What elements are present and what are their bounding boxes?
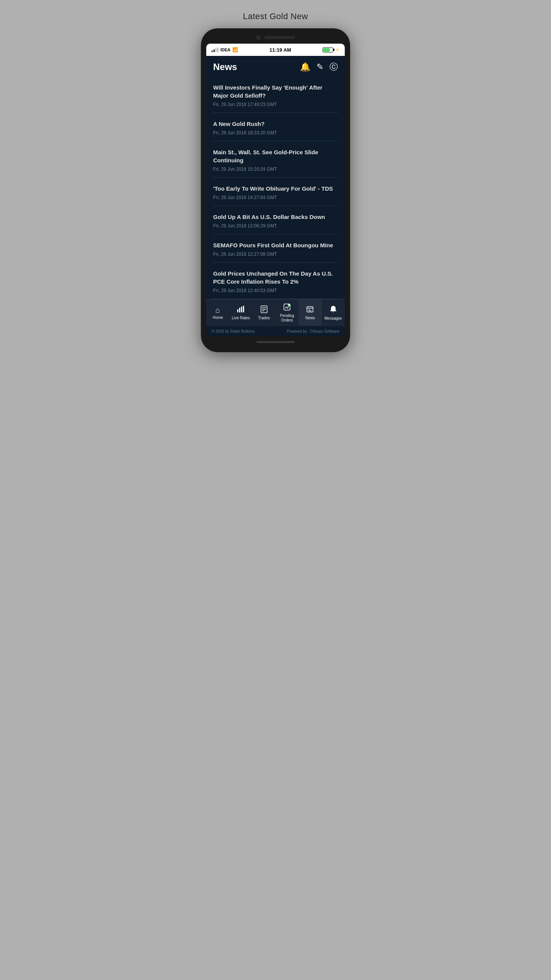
nav-icon-5 — [329, 305, 337, 315]
footer-left: © 2018 by Safari Bullions — [212, 329, 254, 333]
news-item[interactable]: 'Too Early To Write Obituary For Gold' -… — [213, 178, 338, 206]
news-item-date: Fri, 29 Jun 2018 12:40:53 GMT — [213, 288, 338, 293]
news-item[interactable]: A New Gold Rush? Fri, 29 Jun 2018 18:33:… — [213, 113, 338, 141]
nav-icon-4 — [306, 305, 314, 314]
svg-rect-1 — [239, 308, 240, 312]
bell-icon[interactable]: 🔔 — [300, 62, 310, 72]
battery-fill — [323, 48, 330, 52]
nav-item-trades[interactable]: Trades — [253, 299, 276, 326]
header-title: News — [213, 62, 237, 72]
nav-label-3: Pending Orders — [277, 314, 297, 323]
svg-rect-0 — [237, 309, 238, 312]
status-bar: IDEA 📶 11:19 AM ⚡ — [206, 44, 345, 56]
news-item-date: Fri, 29 Jun 2018 14:27:04 GMT — [213, 195, 338, 200]
bottom-nav: ⌂ Home Live Rates Trades ✎ Pending Order… — [206, 299, 345, 326]
phone-bottom — [206, 341, 345, 343]
nav-icon-2 — [261, 305, 267, 314]
news-item-title: Main St., Wall. St. See Gold-Price Slide… — [213, 148, 338, 164]
nav-label-1: Live Rates — [232, 316, 250, 320]
status-right: ⚡ — [323, 47, 339, 52]
nav-label-0: Home — [213, 315, 223, 320]
news-item-date: Fri, 29 Jun 2018 17:49:23 GMT — [213, 102, 338, 107]
news-item-date: Fri, 29 Jun 2018 15:20:24 GMT — [213, 167, 338, 172]
nav-item-pending-orders[interactable]: ✎ Pending Orders — [276, 299, 298, 326]
phone-shell: IDEA 📶 11:19 AM ⚡ News 🔔 ✎ ⓒ Will Inves — [201, 28, 350, 352]
page-title: Latest Gold New — [243, 11, 308, 21]
nav-label-5: Messages — [324, 316, 342, 321]
news-item-date: Fri, 29 Jun 2018 12:27:08 GMT — [213, 252, 338, 257]
header-icons: 🔔 ✎ ⓒ — [300, 61, 338, 73]
battery-icon — [323, 47, 333, 52]
footer-right: Powered by : Chirayu Software — [287, 329, 339, 333]
news-item[interactable]: Gold Up A Bit As U.S. Dollar Backs Down … — [213, 206, 338, 234]
carrier-label: IDEA — [220, 47, 230, 52]
status-left: IDEA 📶 — [212, 47, 238, 52]
nav-item-home[interactable]: ⌂ Home — [206, 299, 229, 326]
app-header: News 🔔 ✎ ⓒ — [206, 56, 345, 77]
nav-icon-1 — [237, 305, 245, 314]
nav-label-4: News — [305, 316, 315, 320]
wifi-icon: 📶 — [232, 47, 238, 52]
svg-rect-2 — [241, 307, 242, 312]
charging-icon: ⚡ — [335, 48, 339, 52]
news-item-date: Fri, 29 Jun 2018 12:06:29 GMT — [213, 223, 338, 229]
phone-top — [206, 35, 345, 40]
news-item[interactable]: Will Investors Finally Say 'Enough' Afte… — [213, 77, 338, 113]
news-item-title: 'Too Early To Write Obituary For Gold' -… — [213, 185, 338, 193]
svg-rect-3 — [243, 306, 244, 312]
svg-text:✎: ✎ — [289, 304, 290, 306]
nav-item-news[interactable]: News — [298, 299, 321, 326]
news-list: Will Investors Finally Say 'Enough' Afte… — [206, 77, 345, 299]
news-item-title: Gold Prices Unchanged On The Day As U.S.… — [213, 270, 338, 286]
news-item-date: Fri, 29 Jun 2018 18:33:20 GMT — [213, 130, 338, 136]
status-time: 11:19 AM — [269, 47, 291, 53]
camera — [256, 35, 261, 40]
nav-item-live-rates[interactable]: Live Rates — [229, 299, 252, 326]
phone-screen: IDEA 📶 11:19 AM ⚡ News 🔔 ✎ ⓒ Will Inves — [206, 44, 345, 336]
news-item-title: SEMAFO Pours First Gold At Boungou Mine — [213, 241, 338, 249]
home-bar — [256, 341, 295, 343]
news-item-title: Will Investors Finally Say 'Enough' Afte… — [213, 83, 338, 100]
signal-bars — [212, 47, 218, 52]
nav-icon-3: ✎ — [283, 303, 291, 312]
news-item[interactable]: Main St., Wall. St. See Gold-Price Slide… — [213, 141, 338, 178]
nav-icon-0: ⌂ — [215, 306, 220, 314]
app-footer: © 2018 by Safari Bullions Powered by : C… — [206, 326, 345, 336]
news-item-title: A New Gold Rush? — [213, 120, 338, 128]
news-item[interactable]: Gold Prices Unchanged On The Day As U.S.… — [213, 263, 338, 299]
nav-item-messages[interactable]: Messages — [322, 299, 345, 326]
speaker — [264, 36, 295, 39]
whatsapp-icon[interactable]: ⓒ — [329, 61, 338, 73]
news-item[interactable]: SEMAFO Pours First Gold At Boungou Mine … — [213, 234, 338, 263]
svg-rect-11 — [307, 307, 313, 312]
nav-label-2: Trades — [258, 316, 270, 320]
edit-icon[interactable]: ✎ — [316, 62, 323, 72]
news-item-title: Gold Up A Bit As U.S. Dollar Backs Down — [213, 213, 338, 221]
